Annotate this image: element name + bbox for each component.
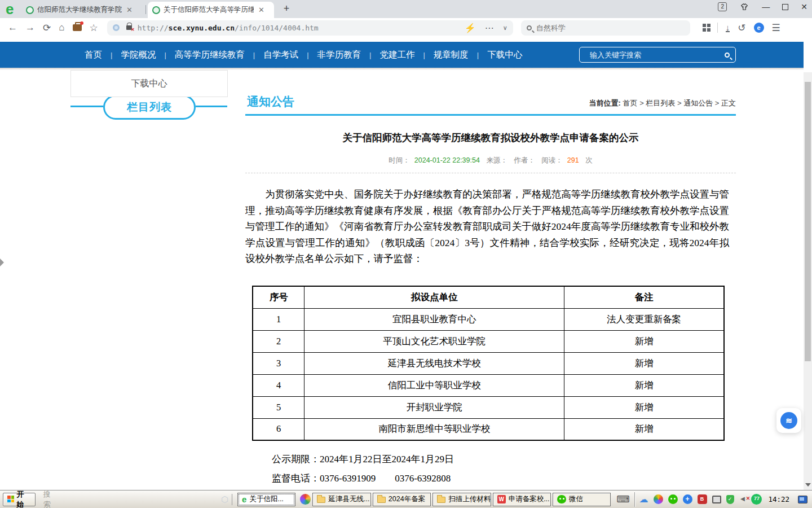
floating-assistant-button[interactable]: ≋ bbox=[776, 408, 801, 433]
meta-divider bbox=[245, 173, 736, 173]
nav-menu-item[interactable]: 下载中心 bbox=[469, 49, 522, 61]
meta-time: 2024-01-22 22:39:54 bbox=[414, 156, 480, 164]
close-button[interactable]: ✕ bbox=[801, 2, 807, 11]
lightning-icon[interactable]: ⚡ bbox=[465, 23, 476, 33]
start-button[interactable]: 开始 bbox=[3, 493, 36, 506]
back-icon[interactable]: ← bbox=[8, 22, 17, 33]
nav-menu-item[interactable]: 规章制度 bbox=[414, 49, 468, 61]
col-拟设点单位: 拟设点单位 bbox=[304, 286, 564, 308]
task-wechat[interactable]: 微信 bbox=[553, 493, 611, 506]
side-panel-handle-icon[interactable] bbox=[0, 259, 4, 266]
battery-indicator[interactable]: 77 bbox=[751, 494, 762, 505]
site-search-box[interactable] bbox=[579, 47, 736, 63]
task-browser-window[interactable]: e 关于信阳... bbox=[237, 493, 295, 506]
menu-hamburger-icon[interactable]: ☰ bbox=[772, 22, 780, 34]
theme-skin-icon[interactable] bbox=[739, 2, 749, 11]
nav-menu-item[interactable]: 高等学历继续教育 bbox=[156, 49, 244, 61]
home-icon[interactable]: ⌂ bbox=[59, 22, 64, 33]
task-folder-yanjin[interactable]: 延津县无线... bbox=[312, 493, 370, 506]
site-search-icon[interactable] bbox=[725, 52, 730, 58]
assistant-logo-icon: ≋ bbox=[780, 412, 797, 429]
minimize-button[interactable]: — bbox=[762, 2, 770, 11]
tab-title: 信阳师范大学继续教育学院 bbox=[37, 5, 122, 15]
address-bar[interactable]: http://sce.xynu.edu.cn/info/1014/4004.ht… bbox=[107, 20, 513, 36]
meta-views: 291 bbox=[567, 156, 579, 164]
network-tray-icon[interactable] bbox=[712, 496, 721, 503]
nav-menu-item[interactable]: 自学考试 bbox=[245, 49, 298, 61]
login-keeper-icon[interactable] bbox=[73, 24, 82, 31]
browser-search-box[interactable] bbox=[521, 20, 690, 36]
task-folder-scan-upload[interactable]: 扫描上传材料 bbox=[433, 493, 491, 506]
cloud-add-tray-icon[interactable]: + bbox=[683, 494, 692, 504]
task-folder-2024beian[interactable]: 2024年备案 bbox=[373, 493, 431, 506]
article-meta: 时间：2024-01-22 22:39:54 来源： 作者： 阅读：291 次 bbox=[245, 156, 736, 165]
taskbar: 开始 搜索 ⬡ e 关于信阳... 延津县无线... 2024年备案 扫描上传材… bbox=[0, 490, 812, 508]
sidebar-decor-line bbox=[196, 106, 227, 107]
nav-menu-item[interactable]: 首页 bbox=[85, 49, 102, 61]
wps-word-icon: W bbox=[497, 495, 506, 503]
page-scrollbar[interactable] bbox=[804, 72, 812, 490]
breadcrumb-item[interactable]: 通知公告 bbox=[675, 99, 713, 107]
tab-close-icon[interactable]: ✕ bbox=[126, 6, 133, 14]
notice-period: 公示期限：2024年1月22日至2024年1月29日 bbox=[272, 453, 454, 466]
article-area: 通知公告 当前位置: 首页栏目列表通知公告正文 关于信阳师范大学高等学历继续教育… bbox=[245, 70, 736, 490]
scrollbar-down-arrow-icon[interactable] bbox=[805, 483, 811, 487]
browser-tab-inactive[interactable]: 信阳师范大学继续教育学院 ✕ bbox=[21, 2, 147, 18]
security-shield-tray-icon[interactable]: ✓ bbox=[726, 495, 734, 504]
red-app-tray-icon[interactable]: B bbox=[698, 494, 707, 504]
cloud-sync-tray-icon[interactable]: ☁ bbox=[639, 494, 648, 504]
table-row: 1 宜阳县职业教育中心 法人变更重新备案 bbox=[253, 308, 724, 330]
windows-logo-icon bbox=[7, 496, 15, 503]
favorites-star-icon[interactable]: ☆ bbox=[90, 22, 98, 34]
table-row: 4 信阳工业中等职业学校 新增 bbox=[253, 374, 724, 396]
undo-history-icon[interactable]: ↺ bbox=[738, 22, 745, 34]
teaching-points-table: 序号 拟设点单位 备注 1 宜阳县职业教育中心 法人变更重新备案 2 平顶山文化… bbox=[252, 286, 725, 441]
reload-icon[interactable]: ⟳ bbox=[43, 22, 51, 34]
taskbar-search-label[interactable]: 搜索 bbox=[43, 489, 58, 508]
browser-tab-active[interactable]: 关于信阳师范大学高等学历继续 ✕ bbox=[148, 2, 274, 18]
scrollbar-thumb[interactable] bbox=[805, 82, 811, 361]
site-navigation-bar: 首页学院概况高等学历继续教育自学考试非学历教育党建工作规章制度下载中心 bbox=[0, 42, 804, 68]
sidebar-menu-item[interactable]: 下载中心 bbox=[70, 70, 228, 97]
tab-close-icon[interactable]: ✕ bbox=[258, 6, 264, 14]
browser-tab-bar: e 信阳师范大学继续教育学院 ✕ 关于信阳师范大学高等学历继续 ✕ + 2 — … bbox=[0, 0, 812, 18]
pinwheel-tray-icon[interactable] bbox=[654, 494, 663, 504]
nav-menu-item[interactable]: 学院概况 bbox=[102, 49, 156, 61]
volume-muted-icon[interactable]: ◄ bbox=[739, 494, 747, 504]
show-desktop-button[interactable] bbox=[798, 496, 807, 503]
tab-count-badge[interactable]: 2 bbox=[718, 2, 727, 11]
apps-grid-icon[interactable] bbox=[703, 24, 710, 32]
nav-menu-item[interactable]: 党建工作 bbox=[361, 49, 414, 61]
toolbar-separator bbox=[717, 23, 718, 33]
insecure-lock-icon[interactable] bbox=[126, 25, 132, 30]
site-search-input[interactable] bbox=[590, 51, 714, 59]
wechat-tray-icon[interactable] bbox=[668, 494, 678, 504]
breadcrumb-item[interactable]: 正文 bbox=[713, 99, 736, 107]
forward-icon[interactable]: → bbox=[25, 22, 35, 33]
breadcrumb-item[interactable]: 栏目列表 bbox=[638, 99, 676, 107]
new-tab-button[interactable]: + bbox=[280, 3, 293, 15]
sidebar-decor-line bbox=[70, 106, 103, 107]
clock[interactable]: 14:22 bbox=[768, 495, 789, 503]
nav-menu-item[interactable]: 非学历教育 bbox=[298, 49, 361, 61]
breadcrumb-item[interactable]: 首页 bbox=[623, 99, 638, 107]
keyboard-layout-icon[interactable]: ⌨ bbox=[616, 494, 629, 505]
chevron-down-icon[interactable]: ∨ bbox=[503, 24, 508, 32]
tab-title: 关于信阳师范大学高等学历继续 bbox=[164, 5, 254, 15]
browser-e-icon: e bbox=[242, 494, 246, 504]
article-body: 为贯彻落实党中央、国务院关于办好继续教育的决策部署，严格规范高等学历继续教育校外… bbox=[245, 186, 729, 267]
browser-search-input[interactable] bbox=[536, 24, 660, 32]
browser-assistant-icon[interactable]: e bbox=[754, 23, 764, 33]
table-row: 6 南阳市新思维中等职业学校 新增 bbox=[253, 418, 724, 440]
reader-mode-icon[interactable] bbox=[113, 24, 120, 31]
url-text[interactable]: http://sce.xynu.edu.cn/info/1014/4004.ht… bbox=[138, 24, 319, 32]
more-dots-icon[interactable]: ⋯ bbox=[485, 23, 494, 33]
site-nav-menu: 首页学院概况高等学历继续教育自学考试非学历教育党建工作规章制度下载中心 bbox=[85, 49, 522, 61]
restore-button[interactable] bbox=[782, 4, 788, 10]
section-title: 通知公告 bbox=[247, 94, 294, 110]
supervision-phone: 监督电话：0376-6391909 0376-6392808 bbox=[272, 472, 451, 485]
task-wps-document[interactable]: W 申请备案校... bbox=[493, 493, 551, 506]
hexagon-widget-icon[interactable]: ⬡ bbox=[221, 494, 228, 505]
rainbow-app-icon[interactable] bbox=[300, 494, 311, 505]
download-icon[interactable]: ↓ bbox=[726, 24, 730, 32]
